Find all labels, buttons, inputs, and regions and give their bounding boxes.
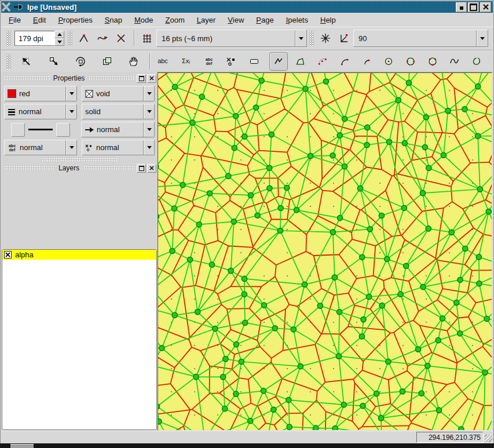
arc-3pt-mode-icon	[317, 56, 328, 67]
grid-size-dropdown-arrow[interactable]	[295, 30, 306, 46]
dropdown-arrow[interactable]	[66, 86, 76, 101]
reverse-arrow-toggle[interactable]	[11, 123, 25, 137]
close-icon	[149, 76, 154, 81]
snap-angle-button[interactable]	[316, 29, 335, 48]
mode-translate-button[interactable]	[45, 52, 63, 71]
dash-style-select[interactable]: solid	[82, 104, 155, 119]
angle-select[interactable]: 90	[353, 30, 488, 47]
menu-page[interactable]: Page	[256, 16, 273, 24]
menu-view[interactable]: View	[228, 16, 244, 24]
menu-snap[interactable]: Snap	[105, 16, 122, 24]
dash-style-value: solid	[85, 107, 101, 116]
snap-intersection-button[interactable]	[112, 29, 130, 48]
close-button[interactable]	[480, 2, 491, 12]
mode-circle-3pt-button[interactable]	[423, 52, 442, 71]
window-titlebar[interactable]: Ipe [Unsaved]	[1, 1, 493, 13]
dropdown-arrow[interactable]	[144, 122, 154, 137]
resolution-down-button[interactable]	[54, 38, 64, 46]
mode-paragraph-button[interactable]: abc def	[200, 52, 218, 71]
snap-boundary-button[interactable]	[93, 29, 112, 48]
mode-marks-button[interactable]	[222, 52, 240, 71]
void-fill-icon	[85, 90, 93, 98]
properties-float-button[interactable]	[137, 74, 146, 83]
snap-angle-icon	[320, 32, 331, 44]
menu-layer[interactable]: Layer	[197, 16, 216, 24]
paragraph-mode-icon: abc def	[202, 54, 216, 68]
stroke-color-select[interactable]: red	[4, 86, 77, 101]
layer-visibility-checkbox[interactable]	[4, 251, 12, 258]
menu-help[interactable]: Help	[320, 16, 336, 24]
forward-arrow-toggle[interactable]	[56, 123, 70, 137]
layers-panel-drag-handle[interactable]	[42, 158, 117, 162]
menu-properties[interactable]: Properties	[58, 16, 92, 24]
arrow-style-select[interactable]: normal	[81, 122, 155, 137]
pen-width-value: normal	[19, 107, 42, 116]
dropdown-arrow[interactable]	[144, 104, 154, 119]
toolbar-drag-handle[interactable]	[6, 54, 11, 69]
mode-arc-button[interactable]	[357, 52, 376, 71]
layers-close-button[interactable]	[147, 164, 156, 173]
layer-row-alpha[interactable]: alpha	[2, 250, 156, 260]
resolution-up-button[interactable]	[54, 31, 64, 38]
marks-mode-icon	[225, 56, 237, 67]
snap-auto-angle-button[interactable]	[335, 29, 353, 48]
mode-select-button[interactable]	[17, 52, 35, 71]
mark-shape-value: normal	[96, 143, 119, 152]
polygon-mode-icon	[295, 56, 306, 67]
dropdown-arrow[interactable]	[144, 86, 154, 101]
menu-bar: File Edit Properties Snap Mode Zoom Laye…	[1, 13, 493, 27]
toolbar-drag-handle[interactable]	[68, 31, 72, 46]
properties-panel-titlebar[interactable]: Properties	[1, 73, 158, 83]
mode-pan-button[interactable]	[124, 52, 142, 71]
minimize-button[interactable]	[456, 2, 467, 12]
properties-close-button[interactable]	[147, 74, 156, 83]
toolbar-drag-handle[interactable]	[6, 31, 11, 46]
dropdown-arrow[interactable]	[66, 140, 76, 155]
maximize-button[interactable]	[468, 2, 479, 12]
mode-rectangle-button[interactable]	[245, 52, 264, 71]
mode-stretch-button[interactable]	[98, 52, 116, 71]
text-mode-icon: abc	[158, 58, 168, 64]
layers-float-button[interactable]	[137, 164, 146, 173]
circle-center-mode-icon	[383, 56, 394, 67]
toolbar-drag-handle[interactable]	[309, 31, 314, 46]
mode-text-button[interactable]: abc	[153, 52, 172, 71]
mode-rotate-button[interactable]	[71, 52, 90, 71]
snap-grid-button[interactable]	[138, 29, 156, 48]
menu-edit[interactable]: Edit	[33, 16, 46, 24]
mode-polygon-button[interactable]	[291, 52, 310, 71]
close-icon	[483, 4, 489, 10]
menu-ipelets[interactable]: Ipelets	[286, 16, 308, 24]
snap-vertex-button[interactable]	[75, 29, 93, 48]
grid-size-select[interactable]: 16 pts (~6 mm)	[156, 30, 307, 47]
window-menu-icon[interactable]	[2, 2, 13, 12]
dock-texture	[4, 76, 49, 81]
menu-mode[interactable]: Mode	[134, 16, 153, 24]
fill-style-select[interactable]: void	[82, 86, 155, 101]
mark-shape-select[interactable]: normal	[82, 140, 155, 155]
mode-circle-center-button[interactable]	[379, 52, 398, 71]
pen-width-select[interactable]: normal	[4, 104, 77, 119]
snap-boundary-icon	[97, 32, 108, 44]
dropdown-arrow[interactable]	[66, 104, 76, 119]
menu-file[interactable]: File	[9, 16, 21, 24]
mode-splinegon-button[interactable]	[467, 52, 486, 71]
mode-arc-2pt-button[interactable]	[335, 52, 354, 71]
mode-circle-2pt-button[interactable]	[401, 52, 420, 71]
angle-dropdown-arrow[interactable]	[477, 30, 488, 46]
left-dock-area: Properties red v	[1, 72, 158, 431]
resolution-spinbox[interactable]: 179 dpi	[14, 31, 64, 46]
menu-zoom[interactable]: Zoom	[166, 16, 185, 24]
dropdown-arrow[interactable]	[144, 140, 154, 155]
mode-spline-button[interactable]	[445, 52, 464, 71]
mode-polyline-button[interactable]	[269, 52, 288, 71]
resolution-value[interactable]: 179 dpi	[14, 31, 54, 46]
mode-math-button[interactable]: Σxᵢ	[177, 52, 195, 71]
snap-toolbar: 179 dpi	[1, 27, 493, 50]
resize-grip[interactable]	[485, 435, 492, 442]
mode-arc-3pt-button[interactable]	[313, 52, 332, 71]
layers-panel-titlebar[interactable]: Layers	[1, 163, 158, 173]
drawing-canvas[interactable]	[158, 73, 492, 430]
dock-texture	[83, 166, 134, 170]
text-style-select[interactable]: abc def normal	[4, 140, 77, 155]
